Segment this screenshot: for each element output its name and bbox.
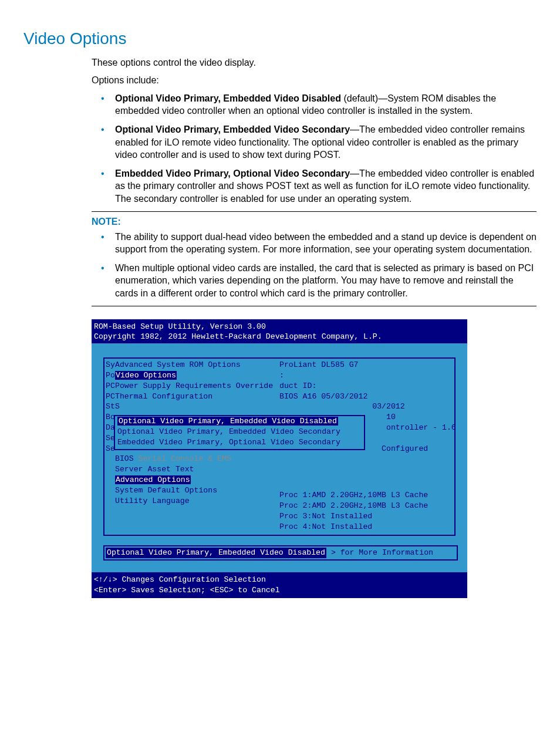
note-list: The ability to support dual-head video b…	[92, 231, 537, 300]
status-selection: Optional Video Primary, Embedded Video D…	[106, 548, 326, 558]
note-item: When multiple optional video cards are i…	[115, 262, 537, 300]
bios-header: ROM-Based Setup Utility, Version 3.00 Co…	[92, 319, 467, 344]
menu-item-selected[interactable]: Video Options	[115, 371, 177, 380]
option-item: Optional Video Primary, Embedded Video D…	[115, 92, 537, 117]
menu-item[interactable]: Utility Language	[115, 497, 190, 505]
menu-item[interactable]: Advanced System ROM Options	[115, 360, 241, 369]
footer-hint-2: <Enter> Saves Selection; <ESC> to Cancel	[94, 586, 280, 595]
note-label: NOTE:	[92, 217, 537, 227]
option-name: Embedded Video Primary, Optional Video S…	[115, 168, 350, 178]
info-line: BIOS A16 05/03/2012	[279, 392, 367, 401]
bios-footer: <↑/↓> Changes Configuration Selection <E…	[92, 572, 467, 598]
section-title: Video Options	[23, 29, 537, 48]
option-item: Embedded Video Primary, Optional Video S…	[115, 167, 537, 205]
intro-text-1: These options control the video display.	[92, 56, 537, 69]
menu-fragment: BIOS	[115, 454, 134, 463]
divider	[92, 306, 537, 306]
popup-item-label: Optional Video Primary, Embedded Video D…	[117, 417, 338, 426]
info-line: Configured	[382, 444, 428, 453]
popup-item[interactable]: Embedded Video Primary, Optional Video S…	[115, 437, 364, 448]
divider	[92, 211, 537, 212]
intro-text-2: Options include:	[92, 74, 537, 87]
processor-info: Proc 1:AMD 2.20GHz,10MB L3 Cache Proc 2:…	[279, 490, 428, 532]
menu-item[interactable]: Power Supply Requirements Override	[115, 382, 273, 390]
video-options-popup: Optional Video Primary, Embedded Video D…	[114, 415, 365, 450]
popup-item-selected[interactable]: Optional Video Primary, Embedded Video D…	[115, 416, 364, 427]
info-line: 10	[386, 413, 396, 421]
options-list: Optional Video Primary, Embedded Video D…	[92, 92, 537, 205]
option-name: Optional Video Primary, Embedded Video D…	[115, 93, 341, 103]
info-line: :	[279, 371, 284, 380]
info-line: 03/2012	[372, 402, 404, 411]
option-name: Optional Video Primary, Embedded Video S…	[115, 124, 350, 134]
bios-header-line1: ROM-Based Setup Utility, Version 3.00	[94, 322, 266, 331]
info-line: duct ID:	[279, 382, 316, 390]
bios-header-line2: Copyright 1982, 2012 Hewlett-Packard Dev…	[94, 332, 382, 341]
info-line: ProLiant DL585 G7	[279, 360, 359, 369]
bios-screenshot: ROM-Based Setup Utility, Version 3.00 Co…	[92, 319, 467, 598]
menu-item-highlight[interactable]: Advanced Options	[115, 475, 191, 484]
menu-item[interactable]: System Default Options	[115, 486, 217, 495]
bios-status-bar: Optional Video Primary, Embedded Video D…	[103, 545, 458, 561]
info-line: ontroller - 1.6	[386, 423, 456, 432]
status-hint: > for More Information	[331, 548, 433, 557]
footer-hint-1: <↑/↓> Changes Configuration Selection	[94, 575, 266, 584]
option-item: Optional Video Primary, Embedded Video S…	[115, 123, 537, 161]
bios-body: Sy Po PC PC St Bo Da Se Se Advanced Syst…	[92, 343, 467, 572]
popup-item[interactable]: Optional Video Primary, Embedded Video S…	[115, 427, 364, 437]
note-item: The ability to support dual-head video b…	[115, 231, 537, 256]
menu-item: S	[115, 402, 120, 411]
menu-item[interactable]: Thermal Configuration	[115, 392, 212, 401]
menu-fragment-grey: Serial Console & EMS	[134, 454, 231, 463]
note-block: The ability to support dual-head video b…	[92, 231, 537, 300]
intro-block: These options control the video display.…	[92, 56, 537, 205]
menu-item[interactable]: Server Asset Text	[115, 465, 194, 474]
